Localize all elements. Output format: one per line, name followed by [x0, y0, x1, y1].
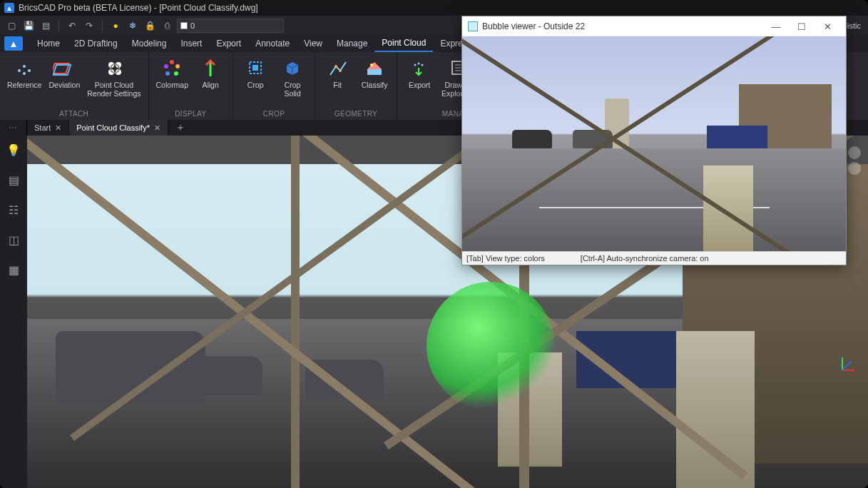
svg-point-24 [418, 63, 420, 65]
classify-icon [363, 56, 386, 79]
svg-point-22 [370, 63, 373, 66]
ribbon-group-label: ATTACH [4, 108, 144, 120]
close-tab-icon[interactable]: ✕ [154, 123, 160, 133]
close-icon[interactable]: ✕ [815, 16, 840, 36]
new-tab-button[interactable]: ＋ [168, 121, 193, 134]
bubble-viewer-viewport[interactable] [462, 36, 846, 251]
pillar-base [676, 331, 755, 488]
svg-rect-21 [367, 69, 382, 75]
doc-tab-start[interactable]: Start ✕ [27, 120, 69, 136]
maximize-icon[interactable]: ☐ [789, 16, 815, 36]
separator [102, 20, 103, 31]
sidebar-sheet-icon[interactable]: ▤ [5, 171, 22, 188]
redo-icon[interactable]: ↷ [82, 19, 96, 33]
ribbon-group-crop: Crop Crop Solid CROP [233, 52, 315, 120]
ucs-axis-icon[interactable] [834, 361, 854, 381]
deviation-icon [53, 56, 76, 79]
menu-tab-home[interactable]: Home [30, 35, 67, 52]
ribbon-label: Crop [247, 81, 264, 89]
align-button[interactable]: Align [193, 54, 228, 89]
reference-icon [13, 56, 36, 79]
svg-rect-18 [252, 65, 258, 71]
ribbon-label: Export [409, 81, 430, 89]
colormap-button[interactable]: Colormap [153, 54, 192, 89]
bubble-viewer-icon [468, 21, 478, 31]
ribbon-label: Deviation [48, 81, 80, 89]
menu-tab-export[interactable]: Export [209, 35, 248, 52]
svg-point-12 [175, 64, 180, 68]
minimize-icon[interactable]: — [763, 16, 789, 36]
reference-button[interactable]: Reference [4, 54, 44, 89]
left-sidebar: 💡 ▤ ☷ ◫ ▦ [0, 136, 27, 488]
svg-point-1 [23, 65, 26, 68]
menu-tab-modeling[interactable]: Modeling [125, 35, 174, 52]
svg-point-0 [18, 69, 21, 72]
doc-tab-label: Point Cloud Classify* [76, 123, 150, 132]
menu-tab-view[interactable]: View [297, 35, 330, 52]
separator [58, 20, 59, 31]
menu-tab-annotate[interactable]: Annotate [248, 35, 297, 52]
vehicle [184, 356, 262, 395]
sidebar-grid-icon[interactable]: ▦ [5, 261, 22, 278]
new-file-icon[interactable]: ▢ [4, 19, 19, 33]
ribbon-label: Fit [333, 81, 342, 89]
svg-point-25 [422, 64, 424, 66]
bubble-viewer-window[interactable]: Bubble viewer - Outside 22 — ☐ ✕ [Tab] V… [461, 16, 847, 265]
bulb-icon[interactable]: ● [108, 19, 123, 33]
vehicle [512, 130, 552, 148]
ribbon-label: Crop Solid [284, 81, 300, 98]
open-icon[interactable]: ▤ [39, 19, 53, 33]
export-button[interactable]: Export [402, 54, 437, 89]
start-menu-button[interactable]: ▲ [4, 36, 23, 51]
render-settings-button[interactable]: Point Cloud Render Settings [84, 54, 143, 98]
classify-button[interactable]: Classify [357, 54, 392, 89]
freeze-icon[interactable]: ❄ [126, 19, 140, 33]
pillar-base [703, 166, 753, 251]
app-logo-icon: ▲ [4, 3, 14, 13]
print-icon[interactable]: ⎙ [160, 19, 174, 33]
svg-point-13 [174, 71, 178, 76]
crop-solid-icon [281, 56, 304, 79]
fit-icon [326, 56, 349, 79]
menu-tab-2d-drafting[interactable]: 2D Drafting [67, 35, 125, 52]
menu-tab-point-cloud[interactable]: Point Cloud [374, 35, 433, 52]
bubble-marker[interactable] [427, 282, 555, 410]
save-icon[interactable]: 💾 [21, 19, 36, 33]
svg-point-20 [339, 69, 342, 72]
ribbon-label: Colormap [156, 81, 189, 89]
ribbon-label: Point Cloud Render Settings [87, 81, 141, 98]
undo-icon[interactable]: ↶ [65, 19, 79, 33]
svg-point-19 [335, 65, 337, 68]
svg-point-2 [28, 69, 31, 72]
ribbon-group-label: DISPLAY [153, 108, 229, 120]
gizmo-button[interactable] [848, 146, 861, 159]
status-view-type: [Tab] View type: colors [466, 254, 545, 263]
menu-tab-insert[interactable]: Insert [173, 35, 209, 52]
bubble-viewer-statusbar: [Tab] View type: colors [Ctrl-A] Auto-sy… [462, 251, 846, 265]
crop-button[interactable]: Crop [238, 54, 273, 89]
bubble-viewer-title: Bubble viewer - Outside 22 [482, 21, 585, 31]
menu-tab-manage[interactable]: Manage [330, 35, 374, 52]
sidebar-structure-icon[interactable]: ☷ [5, 201, 22, 218]
ribbon-label: Classify [362, 81, 388, 89]
svg-point-23 [414, 64, 417, 66]
lock-icon[interactable]: 🔒 [143, 19, 157, 33]
crop-solid-button[interactable]: Crop Solid [275, 54, 310, 98]
sidebar-cube-icon[interactable]: ◫ [5, 231, 22, 248]
bubble-viewer-titlebar[interactable]: Bubble viewer - Outside 22 — ☐ ✕ [462, 16, 846, 36]
doc-tab-label: Start [34, 123, 51, 132]
close-tab-icon[interactable]: ✕ [55, 123, 61, 133]
colormap-icon [160, 56, 183, 79]
ribbon-label: Align [202, 81, 218, 89]
ribbon-label: Reference [7, 81, 41, 89]
layer-selector[interactable]: 0 [177, 19, 284, 33]
export-icon [408, 56, 431, 79]
fit-button[interactable]: Fit [320, 54, 355, 89]
sidebar-bulb-icon[interactable]: 💡 [5, 141, 22, 158]
deviation-button[interactable]: Deviation [46, 54, 83, 89]
app-title: BricsCAD Pro beta (BETA License) - [Poin… [19, 3, 258, 13]
view-gizmo[interactable] [848, 146, 861, 181]
gizmo-button[interactable] [848, 162, 861, 175]
doc-tab-pointcloud[interactable]: Point Cloud Classify* ✕ [69, 120, 168, 136]
svg-point-3 [23, 72, 26, 75]
